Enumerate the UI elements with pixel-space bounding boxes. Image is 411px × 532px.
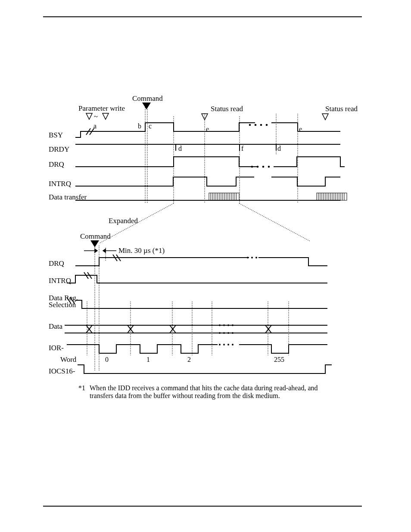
svg-point-124 [232,324,234,326]
svg-text:0: 0 [105,356,109,363]
page: { "labels": { "command_top": "Command", … [0,0,411,532]
svg-line-76 [239,203,310,241]
svg-point-132 [232,344,234,345]
svg-marker-82 [103,249,106,252]
svg-point-121 [219,324,221,326]
svg-text:2: 2 [187,356,191,363]
svg-point-130 [223,344,225,345]
svg-text:IOCS16-: IOCS16- [49,367,75,375]
svg-text:1: 1 [146,356,150,363]
svg-text:Data: Data [49,322,63,330]
svg-point-37 [262,166,265,168]
svg-marker-80 [95,249,97,252]
svg-point-28 [249,124,251,126]
svg-point-123 [227,324,229,326]
svg-point-35 [251,166,253,168]
svg-point-122 [223,324,225,326]
svg-point-105 [251,257,253,258]
svg-marker-8 [103,113,109,119]
svg-text:d: d [277,145,281,152]
svg-point-31 [266,124,268,126]
svg-marker-10 [322,114,328,120]
svg-text:c: c [149,122,152,130]
command-label-top: Command [132,94,163,103]
svg-point-129 [219,344,221,345]
svg-text:DRDY: DRDY [49,145,69,153]
svg-point-38 [268,166,270,168]
svg-point-104 [247,257,249,258]
parameter-write-label: Parameter write [78,104,125,112]
status-read-label-1: Status read [211,105,243,113]
svg-text:Selection: Selection [49,301,76,309]
svg-text:255: 255 [274,356,284,363]
svg-marker-7 [86,113,92,119]
svg-text:Command: Command [80,232,111,240]
svg-point-126 [223,332,225,334]
svg-text:INTRQ: INTRQ [49,277,71,285]
svg-marker-9 [202,114,208,120]
svg-text:IOR-: IOR- [49,344,64,352]
svg-point-30 [260,124,262,126]
svg-text:Word: Word [60,355,77,364]
svg-marker-12 [142,103,151,109]
svg-text:DRQ: DRQ [49,160,64,168]
svg-point-128 [232,332,234,334]
footnote-line-2: transfers data from the buffer without r… [90,392,280,400]
svg-text:b: b [138,122,141,130]
status-read-label-2: Status read [325,105,358,113]
svg-text:*1: *1 [78,384,85,392]
svg-text:Min. 30 µs (*1): Min. 30 µs (*1) [118,246,165,255]
svg-text:f: f [241,145,244,152]
svg-text:DRQ: DRQ [49,259,64,268]
svg-point-125 [219,332,221,334]
footnote-line-1: When the IDD receives a command that hit… [90,384,318,392]
svg-text:d: d [178,145,182,152]
svg-text:BSY: BSY [49,131,63,139]
svg-point-36 [257,166,259,168]
svg-text:~: ~ [94,112,98,121]
svg-point-127 [227,332,229,334]
svg-text:Expanded: Expanded [109,217,138,225]
svg-point-106 [255,257,257,258]
svg-point-29 [255,124,257,126]
svg-text:INTRQ: INTRQ [49,180,71,188]
svg-point-131 [227,344,229,345]
timing-diagram: Command Parameter write Status read Stat… [0,0,411,532]
